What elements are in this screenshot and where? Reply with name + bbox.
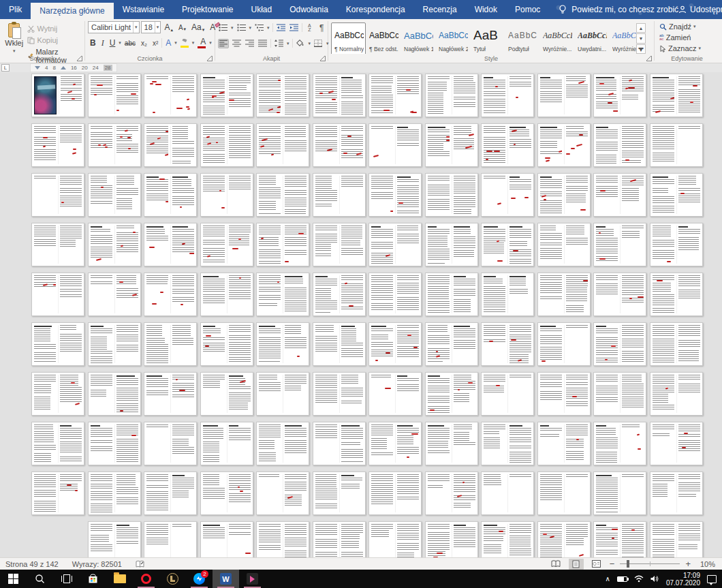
- page-thumbnail[interactable]: [256, 471, 309, 515]
- page-thumbnail[interactable]: [425, 74, 478, 117]
- page-thumbnail[interactable]: [31, 273, 84, 316]
- page-thumbnail[interactable]: [313, 273, 366, 316]
- page-thumbnail[interactable]: [200, 273, 253, 316]
- page-thumbnail[interactable]: [256, 322, 309, 366]
- zoom-out-button[interactable]: −: [610, 561, 615, 568]
- messenger-button[interactable]: 2: [186, 570, 213, 588]
- chevron-down-icon[interactable]: ▾: [249, 25, 252, 31]
- subscript-button[interactable]: x₂: [139, 40, 149, 47]
- underline-button[interactable]: U: [108, 38, 118, 48]
- page-thumbnail[interactable]: [256, 173, 309, 217]
- align-left-button[interactable]: [218, 39, 229, 48]
- page-thumbnail[interactable]: [200, 74, 253, 117]
- style-tytuł[interactable]: AaBTytuł: [470, 22, 505, 54]
- page-thumbnail[interactable]: [88, 74, 141, 117]
- tab-recenzja[interactable]: Recenzja: [414, 0, 466, 19]
- page-thumbnail[interactable]: [368, 123, 422, 167]
- page-thumbnail[interactable]: [425, 173, 478, 217]
- page-thumbnail[interactable]: [537, 471, 591, 515]
- page-thumbnail[interactable]: [425, 223, 478, 266]
- page-thumbnail[interactable]: [88, 223, 141, 266]
- page-thumbnail[interactable]: [313, 322, 366, 366]
- page-thumbnail[interactable]: [593, 173, 646, 217]
- page-thumbnail[interactable]: [144, 273, 197, 316]
- document-canvas[interactable]: [0, 72, 722, 557]
- chevron-down-icon[interactable]: ▾: [209, 40, 212, 46]
- page-thumbnail[interactable]: [31, 422, 84, 465]
- page-thumbnail[interactable]: [368, 173, 422, 217]
- chevron-down-icon[interactable]: ▾: [192, 40, 195, 46]
- page-thumbnail[interactable]: [200, 521, 253, 557]
- decrease-indent-button[interactable]: [276, 23, 286, 33]
- page-thumbnail[interactable]: [313, 74, 366, 117]
- page-thumbnail[interactable]: [368, 471, 422, 515]
- zoom-in-button[interactable]: +: [685, 561, 691, 568]
- page-thumbnail[interactable]: [537, 123, 591, 167]
- page-thumbnail[interactable]: [313, 422, 366, 465]
- page-thumbnail[interactable]: [88, 372, 141, 416]
- page-thumbnail[interactable]: [650, 521, 703, 557]
- page-thumbnail[interactable]: [650, 273, 703, 316]
- page-thumbnail[interactable]: [200, 422, 253, 465]
- chevron-down-icon[interactable]: ▾: [287, 41, 289, 46]
- page-thumbnail[interactable]: [537, 74, 591, 117]
- page-thumbnail[interactable]: [650, 372, 703, 416]
- page-thumbnail[interactable]: [650, 123, 703, 167]
- page-thumbnail[interactable]: [144, 173, 197, 217]
- zoom-slider[interactable]: [620, 563, 680, 564]
- style-wyróżnie-[interactable]: AaBbCcDdWyróżnie...: [539, 22, 574, 54]
- page-thumbnail[interactable]: [537, 173, 591, 217]
- page-thumbnail[interactable]: [313, 521, 366, 557]
- page-thumbnail[interactable]: [537, 322, 591, 366]
- page-thumbnail[interactable]: [31, 223, 84, 266]
- page-thumbnail[interactable]: [368, 273, 422, 316]
- page-thumbnail[interactable]: [481, 322, 534, 366]
- page-thumbnail[interactable]: [256, 74, 309, 117]
- page-thumbnail[interactable]: [650, 471, 703, 515]
- page-thumbnail[interactable]: [481, 372, 534, 416]
- tray-overflow-chevron-icon[interactable]: ∧: [606, 575, 610, 583]
- file-explorer-button[interactable]: [106, 570, 133, 588]
- tab-narzędzia-główne[interactable]: Narzędzia główne: [31, 3, 113, 19]
- page-thumbnail[interactable]: [481, 471, 534, 515]
- page-thumbnail[interactable]: [650, 422, 703, 465]
- show-paragraph-marks-button[interactable]: ¶: [317, 23, 326, 33]
- text-effects-button[interactable]: A: [163, 38, 173, 48]
- font-dialog-launcher-icon[interactable]: [207, 56, 213, 61]
- page-thumbnail[interactable]: [144, 74, 197, 117]
- page-thumbnail[interactable]: [31, 372, 84, 416]
- bullets-button[interactable]: [218, 23, 228, 33]
- style-scroll-down-icon[interactable]: ▼: [636, 33, 646, 43]
- web-layout-button[interactable]: [589, 559, 604, 570]
- page-thumbnail[interactable]: [425, 422, 478, 465]
- page-thumbnail[interactable]: [368, 422, 422, 465]
- page-thumbnail[interactable]: [425, 521, 478, 557]
- shading-button[interactable]: [296, 39, 306, 48]
- page-thumbnail[interactable]: [593, 322, 646, 366]
- page-thumbnail[interactable]: [425, 471, 478, 515]
- styles-dialog-launcher-icon[interactable]: [646, 56, 652, 61]
- page-thumbnail[interactable]: [593, 223, 646, 266]
- tab-wstawianie[interactable]: Wstawianie: [114, 0, 173, 19]
- page-thumbnail[interactable]: [313, 372, 366, 416]
- page-thumbnail-cover[interactable]: [31, 74, 84, 117]
- page-thumbnail[interactable]: [481, 123, 534, 167]
- select-button[interactable]: Zaznacz ▾: [657, 44, 718, 53]
- page-thumbnail[interactable]: [88, 322, 141, 366]
- page-thumbnail[interactable]: [200, 173, 253, 217]
- taskbar-search-button[interactable]: [27, 570, 53, 588]
- multilevel-list-button[interactable]: [254, 23, 264, 33]
- media-app-button[interactable]: [239, 570, 266, 588]
- page-thumbnail[interactable]: [537, 223, 591, 266]
- page-thumbnail[interactable]: [144, 521, 197, 557]
- page-thumbnail[interactable]: [650, 173, 703, 217]
- page-thumbnail[interactable]: [537, 422, 591, 465]
- style--bez-odst-[interactable]: AaBbCcDd¶ Bez odst...: [366, 22, 401, 54]
- game-client-button[interactable]: [159, 570, 186, 588]
- paragraph-dialog-launcher-icon[interactable]: [320, 56, 326, 61]
- action-center-button[interactable]: [707, 575, 717, 583]
- page-thumbnail[interactable]: [256, 273, 309, 316]
- page-thumbnail[interactable]: [256, 521, 309, 557]
- tab-widok[interactable]: Widok: [466, 0, 506, 19]
- battery-icon[interactable]: [617, 576, 627, 582]
